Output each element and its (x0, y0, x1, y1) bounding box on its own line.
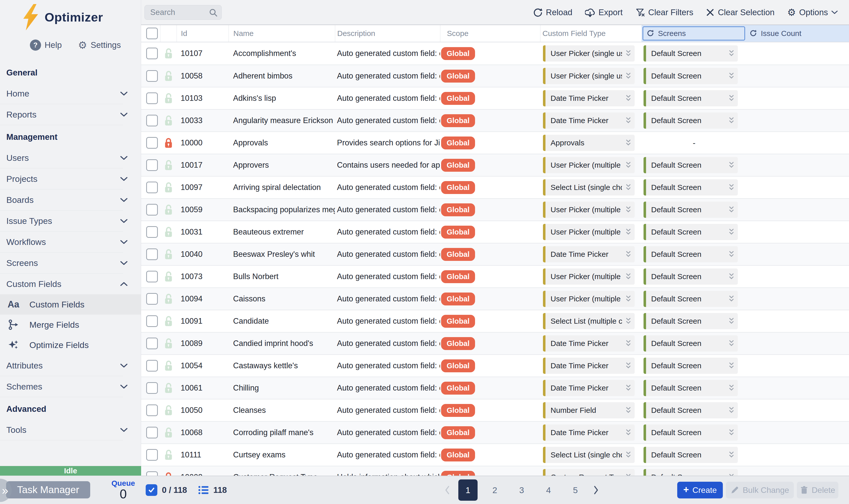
page-button[interactable]: 3 (512, 480, 531, 501)
header-id[interactable]: Id (177, 25, 229, 42)
sidebar-item-boards[interactable]: Boards (0, 190, 141, 210)
screen-select[interactable]: Default Screen (643, 402, 738, 418)
row-checkbox[interactable] (146, 204, 158, 216)
custom-field-type-select[interactable]: Date Time Picker (543, 425, 635, 441)
custom-field-type-select[interactable]: Date Time Picker (543, 335, 635, 352)
screen-select[interactable]: Default Screen (643, 90, 738, 106)
row-checkbox[interactable] (146, 360, 158, 372)
custom-field-type-select[interactable]: User Picker (multiple us... (543, 268, 635, 285)
row-checkbox[interactable] (146, 315, 158, 327)
page-button[interactable]: 4 (539, 480, 558, 501)
options-button[interactable]: Options (787, 7, 838, 17)
screen-select[interactable]: Default Screen (643, 380, 738, 396)
footer-select-checkbox[interactable] (146, 484, 157, 496)
row-checkbox[interactable] (146, 293, 158, 305)
delete-button[interactable]: Delete (797, 482, 838, 499)
row-checkbox[interactable] (146, 70, 158, 82)
header-scope[interactable]: Scope (440, 25, 540, 42)
help-link[interactable]: Help (30, 39, 62, 51)
screen-select[interactable]: Default Screen (643, 224, 738, 240)
custom-field-type-select[interactable]: Custom Request Type (543, 469, 635, 475)
sidebar-subitem-optimize-fields[interactable]: Optimize Fields (0, 335, 141, 355)
row-checkbox[interactable] (146, 48, 158, 59)
page-button[interactable]: 1 (458, 480, 478, 501)
row-checkbox[interactable] (146, 271, 158, 282)
sidebar-item-users[interactable]: Users (0, 147, 141, 168)
sidebar-subitem-custom-fields[interactable]: Custom Fields (0, 294, 141, 314)
screen-select[interactable]: Default Screen (643, 45, 738, 61)
sidebar-item-issue-types[interactable]: Issue Types (0, 211, 141, 231)
sidebar-item-home[interactable]: Home (0, 83, 141, 104)
row-checkbox[interactable] (146, 427, 158, 438)
header-issue-count[interactable]: Issue Count (747, 25, 849, 42)
row-checkbox[interactable] (146, 249, 158, 260)
custom-field-type-select[interactable]: Date Time Picker (543, 358, 635, 374)
clear-selection-button[interactable]: Clear Selection (706, 7, 775, 17)
screen-select[interactable]: Default Screen (643, 68, 738, 84)
page-button[interactable]: 2 (485, 480, 505, 501)
row-checkbox[interactable] (146, 449, 158, 461)
screen-select[interactable]: Default Screen (643, 268, 738, 285)
header-select-all[interactable] (141, 25, 160, 42)
sidebar-item-reports[interactable]: Reports (0, 104, 141, 125)
row-checkbox[interactable] (146, 471, 158, 475)
row-checkbox[interactable] (146, 382, 158, 394)
screen-select[interactable]: Default Screen (643, 179, 738, 196)
custom-field-type-select[interactable]: Date Time Picker (543, 112, 635, 129)
sidebar-item-workflows[interactable]: Workflows (0, 232, 141, 252)
custom-field-type-select[interactable]: Select List (single choice) (543, 447, 635, 463)
screen-select[interactable]: Default Screen (643, 202, 738, 218)
row-checkbox[interactable] (146, 338, 158, 349)
row-checkbox[interactable] (146, 137, 158, 149)
bulk-change-button[interactable]: Bulk Change (726, 482, 794, 499)
row-checkbox[interactable] (146, 159, 158, 171)
row-checkbox[interactable] (146, 92, 158, 104)
custom-field-type-select[interactable]: Number Field (543, 402, 635, 418)
header-screens[interactable]: Screens (641, 25, 747, 42)
reload-button[interactable]: Reload (533, 7, 572, 17)
screen-select[interactable]: Default Screen (643, 313, 738, 329)
custom-field-type-select[interactable]: Select List (multiple cho... (543, 313, 635, 329)
sidebar-item-screens[interactable]: Screens (0, 252, 141, 273)
custom-field-type-select[interactable]: User Picker (multiple us... (543, 291, 635, 307)
screen-select[interactable]: Default Screen (643, 335, 738, 352)
screen-select[interactable]: Default Screen (643, 157, 738, 173)
select-all-checkbox[interactable] (146, 28, 158, 39)
create-button[interactable]: Create (677, 482, 723, 499)
row-checkbox[interactable] (146, 182, 158, 193)
custom-field-type-select[interactable]: User Picker (single user) (543, 45, 635, 61)
next-page-button[interactable] (592, 486, 599, 494)
custom-field-type-select[interactable]: Date Time Picker (543, 90, 635, 106)
previous-page-button[interactable] (444, 486, 451, 494)
page-button[interactable]: 5 (566, 480, 585, 501)
screen-select[interactable]: Default Screen (643, 246, 738, 263)
screen-select[interactable]: Default Screen (643, 358, 738, 374)
clear-filters-button[interactable]: Clear Filters (635, 7, 693, 17)
task-manager-button[interactable]: Task Manager (6, 481, 90, 499)
settings-link[interactable]: Settings (78, 40, 121, 50)
custom-field-type-select[interactable]: Date Time Picker (543, 380, 635, 396)
row-checkbox[interactable] (146, 404, 158, 416)
screen-select[interactable]: Default Screen (643, 447, 738, 463)
screen-select[interactable]: Default Screen (643, 469, 738, 475)
custom-field-type-select[interactable]: User Picker (multiple us... (543, 202, 635, 218)
export-button[interactable]: Export (585, 7, 622, 17)
custom-field-type-select[interactable]: User Picker (multiple us... (543, 157, 635, 173)
sidebar-item-schemes[interactable]: Schemes (0, 376, 141, 397)
screen-select[interactable]: Default Screen (643, 112, 738, 129)
custom-field-type-select[interactable]: Select List (single choice) (543, 179, 635, 196)
screens-header-selected[interactable]: Screens (642, 26, 745, 40)
header-name[interactable]: Name (229, 25, 335, 42)
custom-field-type-select[interactable]: Date Time Picker (543, 246, 635, 263)
custom-field-type-select[interactable]: User Picker (multiple us... (543, 224, 635, 240)
sidebar-item-custom-fields[interactable]: Custom Fields (0, 273, 141, 294)
row-checkbox[interactable] (146, 226, 158, 238)
sidebar-item-projects[interactable]: Projects (0, 168, 141, 189)
screen-select[interactable]: Default Screen (643, 425, 738, 441)
header-custom-field-type[interactable]: Custom Field Type (540, 25, 641, 42)
custom-field-type-select[interactable]: Approvals (543, 135, 635, 151)
sidebar-subitem-merge-fields[interactable]: Merge Fields (0, 314, 141, 335)
row-checkbox[interactable] (146, 115, 158, 126)
sidebar-item-tools[interactable]: Tools (0, 419, 141, 440)
custom-field-type-select[interactable]: User Picker (single user) (543, 68, 635, 84)
